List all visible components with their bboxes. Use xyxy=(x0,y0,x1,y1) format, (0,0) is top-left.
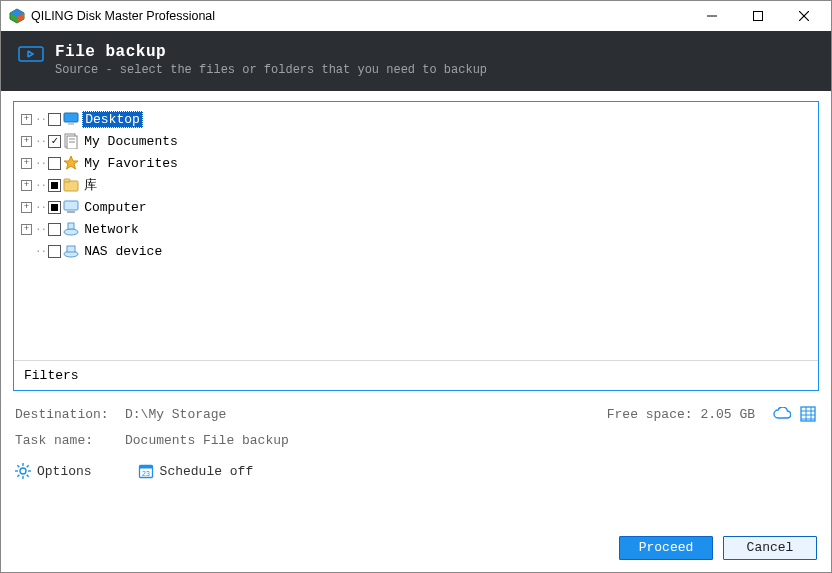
options-button[interactable]: Options xyxy=(15,463,92,479)
svg-rect-8 xyxy=(64,113,78,122)
nas-icon xyxy=(63,243,79,259)
expand-icon[interactable]: + xyxy=(21,202,32,213)
svg-rect-17 xyxy=(64,201,78,210)
proceed-button[interactable]: Proceed xyxy=(619,536,713,560)
tree-item-label: Network xyxy=(82,222,141,237)
source-tree[interactable]: +··Desktop+··My Documents+··My Favorites… xyxy=(14,102,818,360)
app-icon xyxy=(9,8,25,24)
tree-item-libraries[interactable]: +··库 xyxy=(18,174,814,196)
svg-text:23: 23 xyxy=(142,470,150,477)
favorites-icon xyxy=(63,155,79,171)
minimize-button[interactable] xyxy=(689,1,735,31)
footer: Proceed Cancel xyxy=(1,530,831,572)
svg-line-36 xyxy=(17,475,19,477)
tree-item-favorites[interactable]: +··My Favorites xyxy=(18,152,814,174)
svg-rect-22 xyxy=(67,246,75,252)
expand-icon[interactable]: + xyxy=(21,136,32,147)
tree-item-label: 库 xyxy=(82,176,99,194)
svg-rect-16 xyxy=(64,179,70,182)
tree-checkbox[interactable] xyxy=(48,179,61,192)
tree-checkbox[interactable] xyxy=(48,245,61,258)
svg-rect-39 xyxy=(139,466,152,469)
documents-icon xyxy=(63,133,79,149)
tree-item-label: My Favorites xyxy=(82,156,180,171)
close-button[interactable] xyxy=(781,1,827,31)
tree-checkbox[interactable] xyxy=(48,157,61,170)
task-name-row: Task name: Documents File backup xyxy=(15,427,817,453)
page-subtitle: Source - select the files or folders tha… xyxy=(55,63,487,77)
browse-destination-icon[interactable] xyxy=(799,405,817,423)
destination-row: Destination: D:\My Storage Free space: 2… xyxy=(15,401,817,427)
expand-icon[interactable]: + xyxy=(21,180,32,191)
desktop-icon xyxy=(63,111,79,127)
svg-point-19 xyxy=(64,229,78,235)
svg-line-37 xyxy=(27,465,29,467)
window-controls xyxy=(689,1,827,31)
svg-line-34 xyxy=(17,465,19,467)
expand-spacer xyxy=(21,246,32,257)
svg-rect-9 xyxy=(68,123,74,125)
svg-point-29 xyxy=(20,468,26,474)
tree-checkbox[interactable] xyxy=(48,201,61,214)
tree-item-network[interactable]: +··Network xyxy=(18,218,814,240)
page-header: File backup Source - select the files or… xyxy=(1,31,831,91)
svg-line-35 xyxy=(27,475,29,477)
schedule-button[interactable]: 23 Schedule off xyxy=(138,463,254,479)
computer-icon xyxy=(63,199,79,215)
tree-item-desktop[interactable]: +··Desktop xyxy=(18,108,814,130)
gear-icon xyxy=(15,463,31,479)
tree-item-label: NAS device xyxy=(82,244,164,259)
schedule-label: Schedule off xyxy=(160,464,254,479)
network-icon xyxy=(63,221,79,237)
expand-icon[interactable]: + xyxy=(21,114,32,125)
tree-item-nas[interactable]: ··NAS device xyxy=(18,240,814,262)
tree-item-computer[interactable]: +··Computer xyxy=(18,196,814,218)
destination-label: Destination: xyxy=(15,407,125,422)
window-title: QILING Disk Master Professional xyxy=(31,9,689,23)
source-tree-panel: +··Desktop+··My Documents+··My Favorites… xyxy=(13,101,819,391)
libraries-icon xyxy=(63,177,79,193)
destination-value[interactable]: D:\My Storage xyxy=(125,407,226,422)
options-label: Options xyxy=(37,464,92,479)
tree-checkbox[interactable] xyxy=(48,113,61,126)
cloud-destination-icon[interactable] xyxy=(773,405,791,423)
svg-marker-14 xyxy=(64,156,78,169)
tree-item-label: Desktop xyxy=(82,111,143,128)
tree-checkbox[interactable] xyxy=(48,135,61,148)
filters-button[interactable]: Filters xyxy=(14,360,818,390)
svg-rect-4 xyxy=(754,12,763,21)
backup-icon xyxy=(17,43,45,65)
free-space-label: Free space: 2.05 GB xyxy=(607,407,755,422)
expand-icon[interactable]: + xyxy=(21,158,32,169)
svg-rect-18 xyxy=(67,211,75,213)
tree-checkbox[interactable] xyxy=(48,223,61,236)
cancel-button[interactable]: Cancel xyxy=(723,536,817,560)
svg-rect-7 xyxy=(19,47,43,61)
calendar-icon: 23 xyxy=(138,463,154,479)
svg-rect-20 xyxy=(68,223,74,229)
tree-item-label: Computer xyxy=(82,200,148,215)
titlebar: QILING Disk Master Professional xyxy=(1,1,831,31)
options-row: Options 23 Schedule off xyxy=(13,457,819,483)
tree-item-documents[interactable]: +··My Documents xyxy=(18,130,814,152)
maximize-button[interactable] xyxy=(735,1,781,31)
task-name-label: Task name: xyxy=(15,433,125,448)
page-title: File backup xyxy=(55,43,487,61)
tree-item-label: My Documents xyxy=(82,134,180,149)
expand-icon[interactable]: + xyxy=(21,224,32,235)
task-name-value[interactable]: Documents File backup xyxy=(125,433,289,448)
